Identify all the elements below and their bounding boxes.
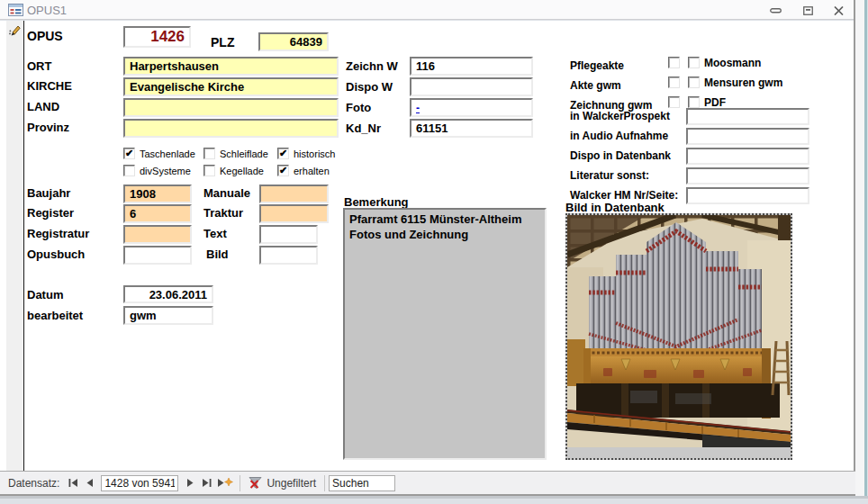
moosmann-checkbox[interactable] <box>688 57 700 68</box>
baujahr-label: Baujahr <box>27 186 70 200</box>
dispo-w-label: Dispo W <box>346 80 393 94</box>
zeichnung-gwm-checkbox[interactable] <box>668 96 680 108</box>
provinz-field[interactable] <box>123 119 339 138</box>
bemerkung-textarea[interactable]: Pfarramt 6115 Münster-Altheim Fotos und … <box>343 208 547 460</box>
opus-label: OPUS <box>27 29 63 43</box>
previous-record-button[interactable] <box>81 475 97 491</box>
provinz-label: Provinz <box>27 121 69 134</box>
record-selector-bar[interactable] <box>6 21 24 471</box>
window-right-margin <box>855 0 864 498</box>
manuale-label: Manuale <box>203 186 250 200</box>
erhalten-label: erhalten <box>294 166 330 176</box>
bild-label: Bild <box>206 248 229 261</box>
audio-aufnahme-field[interactable] <box>686 128 809 145</box>
kirche-field[interactable]: Evangelische Kirche <box>123 77 339 96</box>
literatur-sonst-label: Literatur sonst: <box>570 169 649 182</box>
mensuren-gwm-checkbox[interactable] <box>688 76 700 88</box>
pflegeakte-checkbox[interactable] <box>668 57 680 68</box>
kegellade-checkbox[interactable] <box>203 165 215 176</box>
window-title-bar[interactable]: OPUS1 <box>0 0 854 20</box>
record-position-input[interactable] <box>101 475 178 491</box>
erhalten-checkbox[interactable] <box>277 165 289 176</box>
zeichn-w-field[interactable]: 116 <box>410 57 533 76</box>
bild-in-datenbank-label: Bild in Datenbank <box>565 201 665 214</box>
audio-aufnahme-label: in Audio Aufnahme <box>570 130 668 142</box>
land-label: LAND <box>27 100 59 113</box>
form-icon <box>8 4 23 16</box>
new-record-button[interactable] <box>214 475 236 491</box>
bemerkung-label: Bemerkung <box>344 195 409 209</box>
access-form-window: OPUS1 OPUS 1426 PLZ 64839 ORT <box>0 0 868 504</box>
new-record-icon <box>217 478 233 488</box>
walcker-prospekt-label: in WalckerProspekt <box>570 110 670 122</box>
datum-field[interactable]: 23.06.2011 <box>123 285 213 303</box>
text-field[interactable] <box>259 225 318 244</box>
restore-icon <box>803 6 813 15</box>
opusbuch-field[interactable] <box>123 246 192 265</box>
registratur-field[interactable] <box>123 225 192 244</box>
image-control-frame <box>565 213 792 460</box>
window-bottom-edge <box>0 496 868 499</box>
edit-pencil-icon <box>9 24 22 38</box>
filter-funnel-icon <box>249 476 262 490</box>
window-edge-accent <box>864 0 867 498</box>
bearbeitet-field[interactable]: gwm <box>123 306 213 325</box>
pdf-label: PDF <box>704 96 726 109</box>
bearbeitet-label: bearbeitet <box>27 309 83 322</box>
kirche-label: KIRCHE <box>27 79 72 93</box>
taschenlade-label: Taschenlade <box>140 148 195 159</box>
divsysteme-label: divSysteme <box>140 166 191 176</box>
dispo-w-field[interactable] <box>410 77 533 96</box>
last-record-button[interactable] <box>198 475 214 491</box>
zeichn-w-label: Zeichn W <box>346 59 398 73</box>
baujahr-field[interactable]: 1908 <box>123 184 192 203</box>
first-record-button[interactable] <box>65 475 81 491</box>
filter-toggle-button[interactable]: Ungefiltert <box>244 476 321 490</box>
traktur-label: Traktur <box>203 206 243 220</box>
dispo-datenbank-field[interactable] <box>686 148 809 165</box>
foto-hyperlink[interactable]: - <box>416 102 420 114</box>
plz-field[interactable]: 64839 <box>258 32 329 51</box>
kd-nr-field[interactable]: 61151 <box>410 119 533 138</box>
opus-field[interactable]: 1426 <box>123 26 191 48</box>
kd-nr-label: Kd_Nr <box>346 122 381 135</box>
search-input[interactable] <box>329 475 395 491</box>
filter-status-label: Ungefiltert <box>267 477 316 490</box>
taschenlade-checkbox[interactable] <box>123 148 135 159</box>
previous-record-icon <box>86 479 94 487</box>
datum-label: Datum <box>27 288 63 302</box>
record-counter-label: Datensatz: <box>8 477 59 490</box>
historisch-checkbox[interactable] <box>277 148 289 159</box>
schleiflade-label: Schleiflade <box>220 148 268 159</box>
close-icon <box>834 6 844 15</box>
navbar-separator <box>240 475 240 491</box>
walcker-prospekt-field[interactable] <box>686 108 809 125</box>
moosmann-label: Moosmann <box>704 57 761 69</box>
ort-label: ORT <box>27 59 51 73</box>
opusbuch-label: Opusbuch <box>27 248 85 261</box>
organ-photo <box>567 215 791 447</box>
divsysteme-checkbox[interactable] <box>123 165 135 176</box>
land-field[interactable] <box>123 98 339 117</box>
register-field[interactable]: 6 <box>123 204 192 223</box>
historisch-label: historisch <box>294 148 335 159</box>
next-record-button[interactable] <box>182 475 198 491</box>
akte-gwm-checkbox[interactable] <box>668 76 680 88</box>
restore-button[interactable] <box>796 3 819 18</box>
schleiflade-checkbox[interactable] <box>203 148 215 159</box>
pflegeakte-label: Pflegeakte <box>570 59 624 72</box>
akte-gwm-label: Akte gwm <box>570 79 621 92</box>
pdf-checkbox[interactable] <box>688 96 700 108</box>
record-navigation-bar: Datensatz: Ungefiltert <box>0 471 855 494</box>
bild-field[interactable] <box>259 246 318 265</box>
foto-label: Foto <box>346 101 371 114</box>
close-button[interactable] <box>827 3 850 18</box>
manuale-field[interactable] <box>259 184 329 203</box>
minimize-button[interactable] <box>764 3 787 18</box>
window-title: OPUS1 <box>27 4 67 17</box>
walcker-hm-field[interactable] <box>686 187 809 204</box>
literatur-sonst-field[interactable] <box>686 167 809 184</box>
ort-field[interactable]: Harpertshausen <box>123 57 339 76</box>
text-label: Text <box>203 227 227 240</box>
traktur-field[interactable] <box>259 204 329 223</box>
